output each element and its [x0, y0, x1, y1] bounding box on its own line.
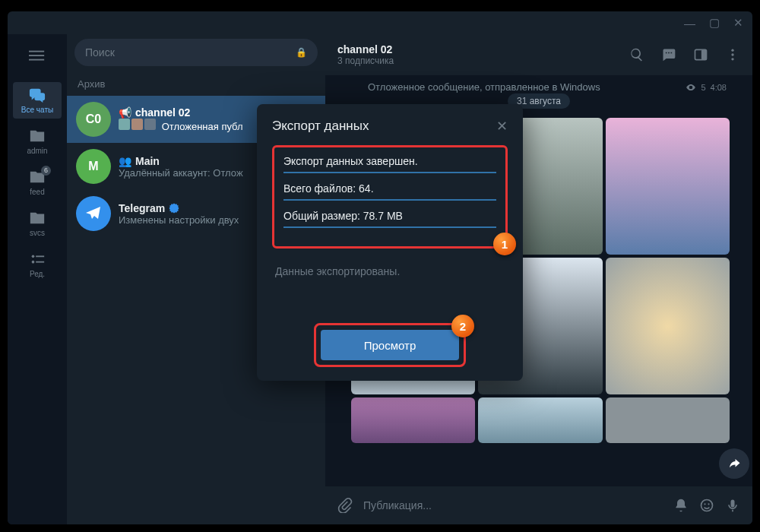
- megaphone-icon: 📢: [119, 106, 131, 119]
- avatar: [76, 196, 111, 231]
- comments-icon[interactable]: [661, 47, 676, 62]
- svg-point-11: [731, 58, 733, 60]
- close-icon[interactable]: ✕: [496, 118, 508, 135]
- export-size-line: Общий размер: 78.7 MB: [283, 210, 496, 228]
- media-thumbs: [119, 119, 156, 130]
- old-message-row: Отложенное сообщение, отправленное в Win…: [368, 81, 742, 93]
- eye-icon: [686, 82, 696, 93]
- svg-point-10: [731, 53, 733, 55]
- view-button-highlight: Просмотр 2: [314, 323, 466, 367]
- export-status-line: Экспорт данных завершен.: [283, 155, 496, 173]
- svg-point-5: [32, 261, 35, 264]
- close-window-button[interactable]: ✕: [733, 16, 743, 30]
- avatar: C0: [76, 102, 111, 137]
- bell-icon[interactable]: [673, 498, 689, 513]
- svg-rect-8: [701, 49, 707, 59]
- rail-label: feed: [30, 188, 44, 196]
- search-icon[interactable]: [629, 47, 644, 62]
- lock-icon: 🔒: [296, 47, 307, 58]
- rail-item-all-chats[interactable]: Все чаты: [13, 82, 62, 119]
- chat-subtitle: 3 подписчика: [337, 55, 394, 66]
- svg-point-9: [731, 49, 733, 52]
- export-note: Данные экспортированы.: [275, 265, 505, 277]
- attach-icon[interactable]: [337, 498, 353, 513]
- search-placeholder: Поиск: [85, 46, 115, 59]
- svg-rect-4: [36, 255, 44, 257]
- export-summary-box: Экспорт данных завершен. Всего файлов: 6…: [272, 145, 508, 249]
- search-input[interactable]: Поиск 🔒: [74, 39, 318, 66]
- mic-icon[interactable]: [725, 498, 740, 513]
- svg-rect-0: [29, 51, 44, 52]
- more-icon[interactable]: [725, 47, 740, 62]
- annotation-marker-1: 1: [493, 233, 516, 255]
- svg-point-3: [32, 255, 35, 258]
- export-files-line: Всего файлов: 64.: [283, 182, 496, 201]
- rail-label: svcs: [30, 229, 45, 237]
- rail-item-feed[interactable]: 6 feed: [13, 164, 62, 201]
- rail-item-edit[interactable]: Ред.: [13, 246, 62, 283]
- rail-label: admin: [27, 147, 47, 155]
- export-data-dialog: Экспорт данных ✕ Экспорт данных завершен…: [257, 104, 523, 381]
- rail-label: Ред.: [30, 270, 45, 278]
- share-fab[interactable]: [719, 448, 749, 479]
- group-icon: 👥: [119, 155, 131, 167]
- composer: Публикация...: [325, 486, 752, 524]
- view-button[interactable]: Просмотр: [321, 330, 459, 360]
- emoji-icon[interactable]: [699, 498, 714, 513]
- svg-rect-15: [731, 500, 735, 508]
- conversation-header[interactable]: channel 02 3 подписчика: [325, 34, 752, 75]
- rail-badge: 6: [41, 166, 51, 176]
- maximize-button[interactable]: ▢: [709, 16, 720, 30]
- dialog-title: Экспорт данных: [272, 119, 369, 134]
- svg-point-13: [704, 503, 705, 505]
- svg-point-12: [701, 500, 713, 511]
- rail-item-svcs[interactable]: svcs: [13, 205, 62, 242]
- avatar: M: [76, 149, 111, 184]
- archive-header[interactable]: Архив: [67, 74, 325, 96]
- svg-rect-2: [29, 59, 44, 61]
- verified-icon: [169, 203, 179, 214]
- chat-title: channel 02: [337, 43, 394, 55]
- sidepanel-icon[interactable]: [693, 47, 708, 62]
- rail-item-admin[interactable]: admin: [13, 123, 62, 160]
- folders-rail: Все чаты admin 6 feed svcs Ред.: [8, 34, 67, 524]
- composer-input[interactable]: Публикация...: [363, 499, 663, 511]
- rail-label: Все чаты: [21, 106, 53, 114]
- svg-rect-1: [29, 55, 44, 56]
- svg-point-14: [708, 503, 709, 505]
- window-titlebar: — ▢ ✕: [8, 11, 752, 34]
- minimize-button[interactable]: —: [684, 17, 695, 30]
- menu-icon[interactable]: [29, 48, 46, 68]
- annotation-marker-2: 2: [451, 315, 474, 337]
- svg-rect-6: [36, 261, 44, 263]
